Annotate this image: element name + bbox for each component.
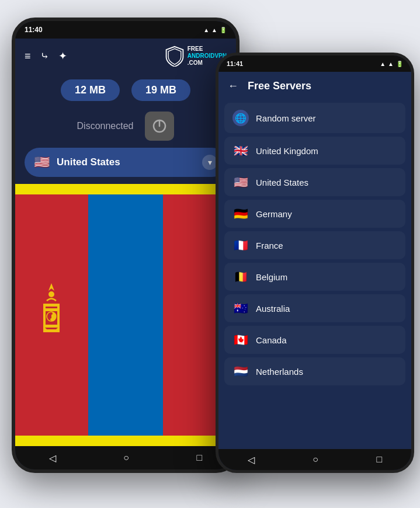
flag-au: 🇦🇺 [232, 301, 249, 315]
toolbar-left-icons: ≡ ⤷ ✦ [25, 50, 67, 62]
phone1-toolbar: ≡ ⤷ ✦ FREE ANDROIDVPN .COM [15, 39, 236, 74]
country-flag: 🇺🇸 [34, 155, 50, 170]
phone2-signal-icon: ▲ [388, 61, 394, 67]
svg-rect-6 [43, 304, 46, 325]
phone2-nav-back[interactable]: ◁ [248, 454, 255, 465]
flag-uk: 🇬🇧 [232, 144, 249, 158]
mongolia-flag [15, 194, 236, 436]
star-icon[interactable]: ✦ [58, 50, 67, 62]
phone2-wifi-icon: ▲ [380, 61, 386, 67]
server-name-uk: United Kingdom [256, 146, 318, 156]
svg-rect-7 [57, 304, 60, 325]
flag-ca: 🇨🇦 [232, 333, 249, 347]
phone2-battery-icon: 🔋 [396, 61, 403, 67]
server-name-nl: Netherlands [256, 367, 303, 377]
country-selector[interactable]: 🇺🇸 United States ▾ [25, 148, 227, 177]
flag-red-left [15, 194, 88, 436]
phone2-nav-home[interactable]: ○ [313, 454, 318, 465]
flag-display [15, 194, 236, 436]
soyombo-symbol [34, 194, 69, 436]
phone1-content: ≡ ⤷ ✦ FREE ANDROIDVPN .COM 12 MB 19 MB [15, 39, 236, 446]
nav-home-button[interactable]: ○ [123, 453, 129, 463]
svg-marker-2 [48, 283, 54, 291]
phone2-nav-recents[interactable]: □ [377, 454, 383, 465]
connection-status: Disconnected [77, 121, 134, 131]
logo-shield-icon [164, 46, 185, 67]
country-left: 🇺🇸 United States [34, 155, 120, 170]
power-icon [151, 117, 168, 135]
upload-stat: 19 MB [131, 79, 190, 101]
power-button[interactable] [145, 112, 174, 141]
server-name-de: Germany [256, 209, 292, 219]
flag-fr: 🇫🇷 [232, 238, 249, 252]
server-item-be[interactable]: 🇧🇪 Belgium [224, 263, 405, 291]
server-name-be: Belgium [256, 272, 287, 282]
stats-row: 12 MB 19 MB [15, 74, 236, 107]
server-item-nl[interactable]: 🇳🇱 Netherlands [224, 357, 405, 385]
phone2-content: ← Free Servers 🌐 Random server 🇬🇧 United… [218, 72, 411, 449]
svg-point-3 [48, 291, 54, 297]
phone-2: 11:41 ▲ ▲ 🔋 ← Free Servers 🌐 Random serv… [216, 53, 414, 473]
server-list-title: Free Servers [248, 80, 311, 92]
bottom-banner [15, 436, 236, 446]
server-name-au: Australia [256, 304, 290, 314]
flag-us: 🇺🇸 [232, 175, 249, 189]
globe-icon: 🌐 [232, 110, 249, 126]
server-header: ← Free Servers [218, 72, 411, 100]
logo-area: FREE ANDROIDVPN .COM [164, 46, 227, 67]
svg-rect-11 [43, 325, 60, 328]
server-item-de[interactable]: 🇩🇪 Germany [224, 200, 405, 228]
phone2-time: 11:41 [227, 60, 243, 67]
logo-androidvpn: ANDROIDVPN [188, 53, 227, 59]
flag-blue [88, 194, 164, 436]
nav-back-button[interactable]: ◁ [49, 453, 56, 464]
menu-icon[interactable]: ≡ [25, 50, 31, 62]
battery-icon: 🔋 [220, 27, 227, 33]
connection-row: Disconnected [15, 107, 236, 148]
phone1-status-bar: 11:40 ▲ ▲ 🔋 [15, 21, 236, 39]
top-banner [15, 184, 236, 194]
download-stat: 12 MB [61, 79, 120, 101]
server-name-ca: Canada [256, 335, 287, 345]
phone2-status-bar: 11:41 ▲ ▲ 🔋 [218, 55, 411, 72]
flag-de: 🇩🇪 [232, 207, 249, 221]
phone1-status-icons: ▲ ▲ 🔋 [203, 27, 227, 33]
server-item-random[interactable]: 🌐 Random server [224, 103, 405, 133]
svg-rect-12 [43, 329, 60, 332]
server-item-uk[interactable]: 🇬🇧 United Kingdom [224, 137, 405, 165]
svg-point-9 [50, 312, 53, 315]
server-item-au[interactable]: 🇦🇺 Australia [224, 294, 405, 322]
back-button[interactable]: ← [228, 80, 238, 92]
server-item-ca[interactable]: 🇨🇦 Canada [224, 326, 405, 354]
logo-domain: .COM [188, 60, 203, 66]
server-name-us: United States [256, 178, 308, 187]
signal-icon: ▲ [211, 27, 217, 33]
nav-recents-button[interactable]: □ [197, 453, 203, 463]
share-icon[interactable]: ⤷ [40, 50, 49, 62]
flag-be: 🇧🇪 [232, 270, 249, 284]
server-name-fr: France [256, 241, 283, 250]
server-item-us[interactable]: 🇺🇸 United States [224, 168, 405, 196]
svg-point-10 [50, 318, 53, 321]
svg-rect-5 [43, 308, 60, 311]
country-name: United States [57, 156, 120, 168]
flag-nl: 🇳🇱 [232, 364, 249, 378]
server-list: 🌐 Random server 🇬🇧 United Kingdom 🇺🇸 Uni… [218, 100, 411, 449]
phone1-time: 11:40 [25, 26, 43, 34]
logo-free: FREE [188, 46, 203, 52]
server-name-random: Random server [256, 113, 316, 123]
phone-1: 11:40 ▲ ▲ 🔋 ≡ ⤷ ✦ FREE ANDROIDVPN [12, 18, 239, 473]
server-item-fr[interactable]: 🇫🇷 France [224, 231, 405, 259]
wifi-icon: ▲ [203, 27, 209, 33]
phone2-nav: ◁ ○ □ [218, 449, 411, 470]
phone1-nav: ◁ ○ □ [15, 446, 236, 469]
phone2-status-icons: ▲ ▲ 🔋 [380, 61, 403, 67]
